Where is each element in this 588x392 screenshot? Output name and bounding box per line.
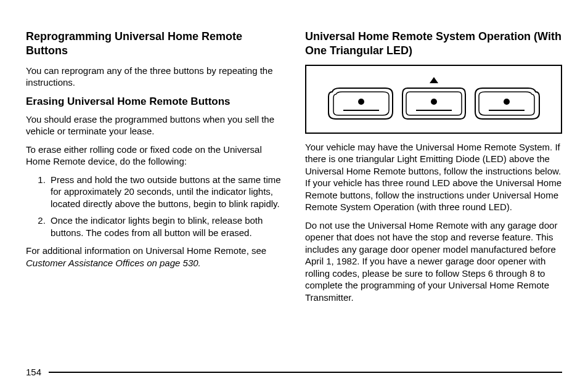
heading-reprogramming: Reprogramming Universal Home Remote Butt… — [26, 30, 283, 59]
paragraph-erase-when: You should erase the programmed buttons … — [26, 113, 283, 137]
cross-reference-customer-assistance: Customer Assistance Offices on page 530. — [26, 258, 201, 268]
heading-uhr-operation: Universal Home Remote System Operation (… — [305, 30, 562, 59]
remote-button-left — [327, 86, 395, 121]
paragraph-reprogram-intro: You can reprogram any of the three butto… — [26, 65, 283, 89]
triangular-led-icon — [430, 77, 438, 83]
paragraph-uhr-warning: Do not use the Universal Home Remote wit… — [305, 219, 562, 304]
remote-button-right — [473, 86, 541, 121]
paragraph-additional-info: For additional information on Universal … — [26, 245, 283, 269]
page-number: 154 — [26, 367, 41, 377]
svg-point-2 — [431, 99, 437, 105]
paragraph-erase-howto: To erase either rolling code or fixed co… — [26, 144, 283, 168]
left-column: Reprogramming Universal Home Remote Butt… — [26, 30, 283, 362]
page-footer: 154 — [26, 367, 562, 377]
heading-erasing: Erasing Universal Home Remote Buttons — [26, 95, 283, 108]
right-column: Universal Home Remote System Operation (… — [305, 30, 562, 362]
svg-point-4 — [504, 99, 510, 105]
erase-step-2: Once the indicator lights begin to blink… — [48, 214, 283, 239]
paragraph-uhr-intro: Your vehicle may have the Universal Home… — [305, 141, 562, 213]
erase-step-1: Press and hold the two outside buttons a… — [48, 174, 283, 210]
remote-button-center — [400, 86, 468, 121]
footer-rule — [49, 372, 562, 373]
svg-point-0 — [358, 99, 364, 105]
remote-diagram — [305, 65, 562, 134]
remote-buttons-row — [327, 86, 541, 121]
erase-steps-list: Press and hold the two outside buttons a… — [26, 174, 283, 239]
